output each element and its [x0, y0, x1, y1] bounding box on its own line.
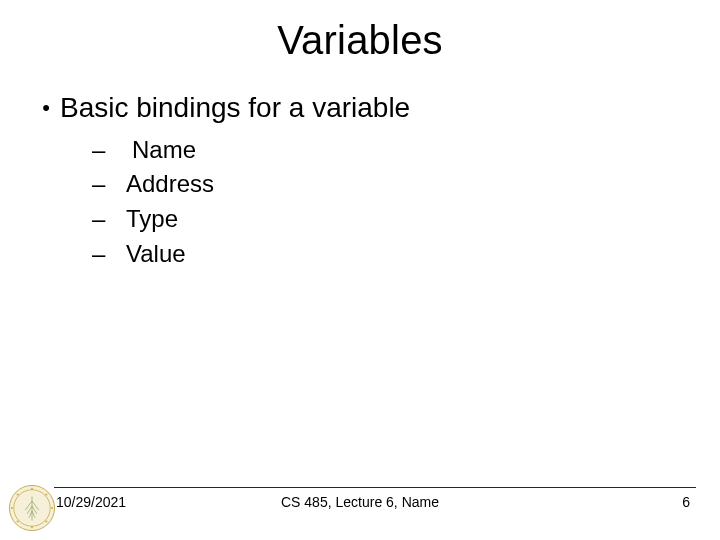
- dash-icon: –: [92, 167, 126, 202]
- sub-bullet-list: – Name – Address – Type – Value: [32, 125, 720, 272]
- svg-point-13: [31, 526, 33, 528]
- slide-footer: 10/29/2021 CS 485, Lecture 6, Name 6: [0, 490, 720, 520]
- footer-page-number: 6: [682, 494, 690, 510]
- sub-item-text: Value: [126, 237, 186, 272]
- svg-point-14: [17, 520, 19, 522]
- dash-icon: –: [92, 202, 126, 237]
- svg-point-12: [45, 520, 47, 522]
- slide-title: Variables: [0, 0, 720, 63]
- sub-item-text: Address: [126, 167, 214, 202]
- list-item: – Value: [92, 237, 720, 272]
- bullet-level-1: • Basic bindings for a variable: [32, 91, 720, 125]
- slide: Variables • Basic bindings for a variabl…: [0, 0, 720, 540]
- list-item: – Type: [92, 202, 720, 237]
- list-item: – Name: [92, 133, 720, 168]
- sub-item-text: Type: [126, 202, 178, 237]
- bullet-dot-icon: •: [32, 95, 60, 121]
- list-item: – Address: [92, 167, 720, 202]
- bullet-level-1-text: Basic bindings for a variable: [60, 91, 410, 125]
- dash-icon: –: [92, 133, 126, 168]
- dash-icon: –: [92, 237, 126, 272]
- sub-item-text: Name: [126, 133, 196, 168]
- slide-content: • Basic bindings for a variable – Name –…: [0, 63, 720, 272]
- footer-rule: [54, 487, 696, 488]
- footer-center: CS 485, Lecture 6, Name: [0, 494, 720, 510]
